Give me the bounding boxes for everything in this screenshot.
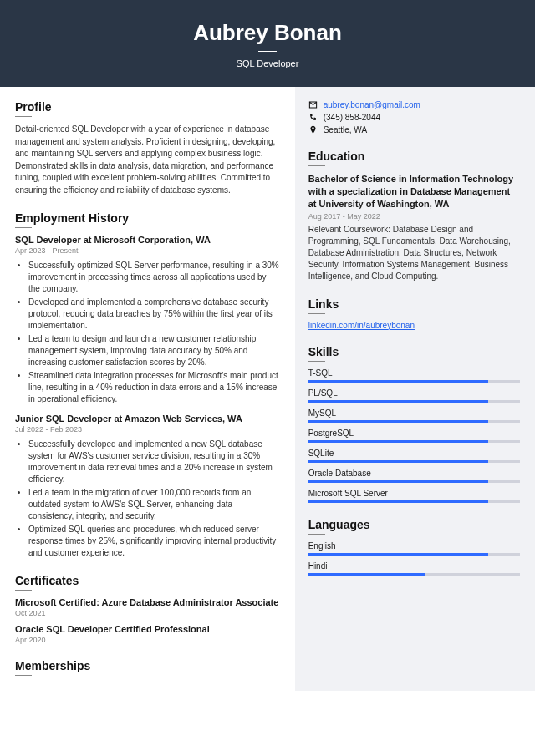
- header-underline: [258, 51, 277, 52]
- certificate-date: Oct 2021: [15, 609, 280, 617]
- skill-row: PostgreSQL: [308, 429, 520, 443]
- person-name: Aubrey Bonan: [0, 20, 535, 46]
- job-title: Junior SQL Developer at Amazon Web Servi…: [15, 414, 280, 424]
- skill-bar-fill: [308, 400, 488, 403]
- skill-row: MySQL: [308, 408, 520, 423]
- education-date: Aug 2017 - May 2022: [308, 212, 520, 221]
- language-bar-fill: [308, 573, 425, 576]
- certificate-title: Microsoft Certified: Azure Database Admi…: [15, 597, 280, 607]
- language-row: Hindi: [308, 561, 520, 576]
- certificate-title: Oracle SQL Developer Certified Professio…: [15, 624, 280, 634]
- skill-row: Oracle Database: [308, 469, 520, 483]
- phone-icon: [308, 113, 318, 122]
- resume-body: Profile Detail-oriented SQL Developer wi…: [0, 87, 535, 691]
- skill-bar: [308, 400, 520, 403]
- section-underline: [15, 675, 32, 676]
- section-underline: [308, 313, 325, 314]
- skill-name: T-SQL: [308, 368, 520, 378]
- contact-phone: (345) 858-2044: [308, 113, 520, 122]
- phone-text: (345) 858-2044: [324, 113, 380, 122]
- language-bar: [308, 553, 520, 556]
- skills-heading: Skills: [308, 345, 520, 358]
- job-bullet: Led a team in the migration of over 100,…: [28, 487, 280, 522]
- job-date: Apr 2023 - Present: [15, 246, 280, 255]
- left-column: Profile Detail-oriented SQL Developer wi…: [0, 87, 295, 691]
- skill-row: SQLite: [308, 449, 520, 463]
- links-section: Links linkedin.com/in/aubreybonan: [308, 297, 520, 330]
- linkedin-link[interactable]: linkedin.com/in/aubreybonan: [308, 321, 415, 330]
- contact-email: aubrey.bonan@gmail.com: [308, 100, 520, 109]
- certificate-date: Apr 2020: [15, 636, 280, 644]
- skill-bar: [308, 500, 520, 503]
- skill-row: Microsoft SQL Server: [308, 489, 520, 503]
- education-description: Relevant Coursework: Database Design and…: [308, 224, 520, 282]
- contact-section: aubrey.bonan@gmail.com (345) 858-2044 Se…: [308, 100, 520, 134]
- envelope-icon: [308, 100, 318, 109]
- skill-row: PL/SQL: [308, 388, 520, 403]
- job-bullet: Streamlined data integration processes f…: [28, 370, 280, 405]
- language-row: English: [308, 541, 520, 556]
- person-title: SQL Developer: [0, 58, 535, 68]
- job-bullet: Optimized SQL queries and procedures, wh…: [28, 524, 280, 559]
- section-underline: [308, 165, 325, 166]
- skill-bar: [308, 440, 520, 443]
- skill-bar-fill: [308, 460, 488, 463]
- location-text: Seattle, WA: [324, 125, 367, 134]
- job-title: SQL Developer at Microsoft Corporation, …: [15, 235, 280, 245]
- resume-header: Aubrey Bonan SQL Developer: [0, 0, 535, 87]
- skill-bar-fill: [308, 480, 488, 483]
- employment-section: Employment History SQL Developer at Micr…: [15, 211, 280, 559]
- section-underline: [308, 534, 325, 535]
- skill-row: T-SQL: [308, 368, 520, 383]
- job-entry: SQL Developer at Microsoft Corporation, …: [15, 235, 280, 405]
- section-underline: [308, 361, 325, 362]
- memberships-heading: Memberships: [15, 659, 280, 672]
- skill-bar-fill: [308, 500, 488, 503]
- skill-name: Oracle Database: [308, 469, 520, 478]
- skill-bar: [308, 380, 520, 383]
- certificates-heading: Certificates: [15, 574, 280, 587]
- languages-section: Languages EnglishHindi: [308, 518, 520, 576]
- section-underline: [15, 116, 32, 117]
- skill-name: SQLite: [308, 449, 520, 458]
- email-link[interactable]: aubrey.bonan@gmail.com: [324, 100, 420, 109]
- certificates-section: Certificates Microsoft Certified: Azure …: [15, 574, 280, 644]
- education-title: Bachelor of Science in Information Techn…: [308, 173, 520, 211]
- language-bar: [308, 573, 520, 576]
- skill-name: MySQL: [308, 408, 520, 418]
- education-section: Education Bachelor of Science in Informa…: [308, 150, 520, 282]
- skills-section: Skills T-SQLPL/SQLMySQLPostgreSQLSQLiteO…: [308, 345, 520, 503]
- job-date: Jul 2022 - Feb 2023: [15, 425, 280, 434]
- skill-name: Microsoft SQL Server: [308, 489, 520, 498]
- skill-bar-fill: [308, 420, 488, 423]
- employment-heading: Employment History: [15, 211, 280, 225]
- job-bullets: Successfully developed and implemented a…: [15, 439, 280, 559]
- profile-text: Detail-oriented SQL Developer with a yea…: [15, 124, 280, 196]
- job-bullets: Successfully optimized SQL Server perfor…: [15, 260, 280, 405]
- skill-bar-fill: [308, 380, 488, 383]
- skill-bar-fill: [308, 440, 488, 443]
- contact-location: Seattle, WA: [308, 125, 520, 134]
- section-underline: [15, 227, 32, 228]
- job-entry: Junior SQL Developer at Amazon Web Servi…: [15, 414, 280, 559]
- language-name: English: [308, 541, 520, 551]
- job-bullet: Successfully optimized SQL Server perfor…: [28, 260, 280, 295]
- skill-bar: [308, 480, 520, 483]
- language-bar-fill: [308, 553, 488, 556]
- links-heading: Links: [308, 297, 520, 311]
- languages-heading: Languages: [308, 518, 520, 531]
- job-bullet: Successfully developed and implemented a…: [28, 439, 280, 485]
- job-bullet: Developed and implemented a comprehensiv…: [28, 297, 280, 332]
- skill-bar: [308, 460, 520, 463]
- skill-name: PostgreSQL: [308, 429, 520, 438]
- memberships-section: Memberships: [15, 659, 280, 676]
- profile-heading: Profile: [15, 100, 280, 114]
- location-icon: [308, 125, 318, 134]
- job-bullet: Led a team to design and launch a new cu…: [28, 333, 280, 368]
- skill-bar: [308, 420, 520, 423]
- language-name: Hindi: [308, 561, 520, 571]
- skill-name: PL/SQL: [308, 388, 520, 398]
- education-heading: Education: [308, 150, 520, 163]
- right-column: aubrey.bonan@gmail.com (345) 858-2044 Se…: [295, 87, 535, 691]
- section-underline: [15, 590, 32, 591]
